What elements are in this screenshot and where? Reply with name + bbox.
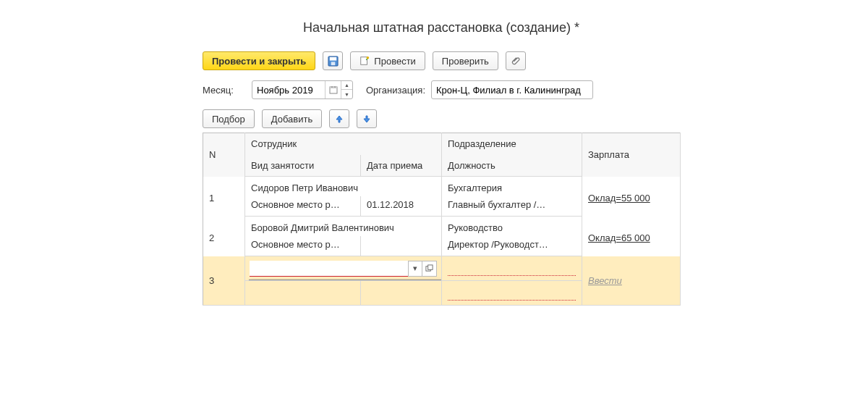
svg-rect-10: [428, 265, 433, 269]
cell-employee: Сидоров Петр Иванович: [245, 177, 442, 197]
cell-employee: Боровой Дмитрий Валентинович: [245, 217, 442, 237]
move-up-button[interactable]: [329, 109, 349, 128]
cell-n: 2: [203, 217, 245, 256]
svg-rect-6: [330, 87, 337, 88]
svg-point-4: [367, 56, 370, 59]
arrow-down-icon: [362, 114, 371, 123]
col-department[interactable]: Подразделение: [442, 133, 582, 155]
move-down-button[interactable]: [357, 109, 377, 128]
attach-button[interactable]: [506, 51, 526, 70]
spinner-up-icon[interactable]: ▲: [341, 81, 352, 90]
cell-department: Руководство: [442, 217, 582, 237]
post-icon: [359, 56, 370, 66]
floppy-icon: [328, 56, 339, 67]
cell-n: 1: [203, 177, 245, 217]
col-position[interactable]: Должность: [442, 155, 582, 177]
post-button[interactable]: Провести: [350, 51, 425, 70]
org-input[interactable]: [432, 81, 592, 98]
page-title: Начальная штатная расстановка (создание)…: [203, 20, 680, 35]
cell-salary[interactable]: Оклад=65 000: [582, 217, 681, 256]
month-label: Месяц:: [203, 85, 246, 96]
cell-position: Главный бухгалтер /…: [442, 196, 582, 217]
paperclip-icon: [511, 56, 521, 66]
post-and-close-button[interactable]: Провести и закрыть: [203, 51, 315, 70]
cell-salary[interactable]: Оклад=55 000: [582, 177, 681, 217]
month-input[interactable]: [252, 81, 325, 98]
table-toolbar: Подбор Добавить: [203, 109, 680, 128]
col-hire-date[interactable]: Дата приема: [361, 155, 442, 177]
chevron-down-icon: ▾: [413, 264, 417, 273]
cell-hire-date-edit[interactable]: [361, 281, 442, 306]
calendar-icon[interactable]: [325, 81, 341, 98]
save-button[interactable]: [323, 51, 343, 70]
main-toolbar: Провести и закрыть Провести Проверить: [203, 51, 680, 70]
cell-hire-date: [361, 236, 442, 256]
employee-table: N Сотрудник Подразделение Зарплата Вид з…: [203, 133, 681, 306]
cell-department-edit[interactable]: [442, 256, 582, 281]
employee-edit-cell[interactable]: ▾ Введите строку для поиска Нажмит: [250, 261, 437, 277]
org-label: Организация:: [366, 85, 425, 96]
col-employee[interactable]: Сотрудник: [245, 133, 442, 155]
arrow-up-icon: [335, 114, 344, 123]
table-row-edit[interactable]: 3 ▾ Введи: [203, 256, 681, 281]
open-icon: [425, 264, 433, 272]
dropdown-toggle-button[interactable]: ▾: [408, 261, 422, 277]
month-spinner[interactable]: ▲ ▼: [341, 81, 352, 98]
table-row[interactable]: 2 Боровой Дмитрий Валентинович Руководст…: [203, 217, 681, 237]
check-button[interactable]: Проверить: [433, 51, 498, 70]
cell-salary-edit[interactable]: Ввести: [582, 256, 681, 306]
org-field[interactable]: [431, 80, 593, 99]
cell-position-edit[interactable]: [442, 281, 582, 306]
cell-position: Директор /Руководст…: [442, 236, 582, 256]
cell-employment: Основное место р…: [245, 196, 361, 217]
cell-department: Бухгалтерия: [442, 177, 582, 197]
cell-n: 3: [203, 256, 245, 306]
pick-button[interactable]: Подбор: [203, 109, 255, 128]
cell-hire-date: 01.12.2018: [361, 196, 442, 217]
header-fields: Месяц: ▲ ▼ Организация:: [203, 80, 680, 99]
svg-rect-2: [331, 62, 336, 65]
cell-employment: Основное место р…: [245, 236, 361, 256]
spinner-down-icon[interactable]: ▼: [341, 90, 352, 98]
svg-rect-3: [361, 57, 367, 65]
add-button[interactable]: Добавить: [262, 109, 322, 128]
cell-employment-edit[interactable]: [245, 281, 361, 306]
svg-rect-1: [330, 56, 336, 60]
table-row[interactable]: 1 Сидоров Петр Иванович Бухгалтерия Окла…: [203, 177, 681, 197]
month-field[interactable]: ▲ ▼: [252, 80, 353, 99]
col-salary[interactable]: Зарплата: [582, 133, 681, 177]
employee-search-input[interactable]: [250, 261, 408, 277]
col-n[interactable]: N: [203, 133, 245, 177]
col-employment[interactable]: Вид занятости: [245, 155, 361, 177]
open-dialog-button[interactable]: [422, 261, 437, 277]
